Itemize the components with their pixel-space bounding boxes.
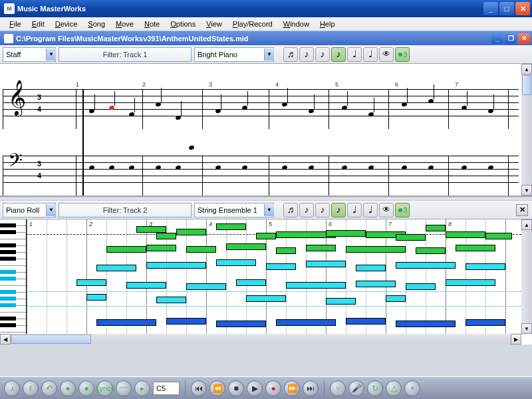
eighth-note2-button[interactable]: ♪ [315, 47, 330, 62]
play-small-button[interactable]: ▸ [134, 380, 150, 396]
tool2-button[interactable]: ● [78, 380, 94, 396]
minimize-button[interactable]: _ [483, 2, 498, 15]
chevron-down-icon: ▼ [46, 204, 56, 216]
eighth-note-button[interactable]: ♪ [299, 47, 314, 62]
sixteenth-note-button[interactable]: ♬ [283, 47, 298, 62]
close-button[interactable]: ✕ [515, 2, 530, 15]
titlebar: M Music MasterWorks _ □ ✕ [0, 0, 532, 17]
measure-num: 3 [209, 81, 212, 88]
triplet-button[interactable]: ●3 [395, 203, 410, 217]
staff-view-select[interactable]: Staff▼ [3, 47, 56, 62]
roll-vscrollbar[interactable]: ▲▼ [521, 219, 532, 334]
menu-device[interactable]: Device [50, 19, 83, 29]
undo-button[interactable]: ↶ [41, 380, 57, 396]
sharp-tool-button[interactable]: ♯ [23, 380, 39, 396]
sixteenth-note-button[interactable]: ♬ [283, 203, 298, 217]
roll-instrument-select[interactable]: String Ensemble 1▼ [194, 203, 274, 217]
forward-end-button[interactable]: ⏭ [303, 380, 319, 396]
doc-minimize-button[interactable]: _ [491, 33, 503, 44]
roll-area[interactable]: 12345678 ▲▼ ◀▶ [0, 219, 532, 344]
time-signature: 34 [37, 89, 41, 113]
metronome-button[interactable]: △ [386, 380, 402, 396]
half-note-button[interactable]: ♩ [347, 47, 362, 62]
measure-num: 5 [335, 81, 338, 88]
eighth-note-button[interactable]: ♪ [299, 203, 314, 217]
add-button[interactable]: + [404, 380, 420, 396]
chevron-down-icon: ▼ [46, 49, 56, 61]
treble-clef-icon: 𝄞 [8, 82, 26, 113]
roll-filter-button[interactable]: Filter: Track 2 [59, 203, 192, 217]
staff-toolbar: Staff▼ Filter: Track 1 Bright Piano▼ ♬ ♪… [0, 45, 532, 64]
whole-note-button[interactable]: ♩ [363, 203, 378, 217]
menu-edit[interactable]: Edit [27, 19, 50, 29]
measure-num: 1 [76, 81, 79, 88]
menu-view[interactable]: View [201, 19, 227, 29]
scroll-up-button[interactable]: ▲ [521, 64, 532, 74]
chevron-down-icon: ▼ [264, 204, 274, 216]
document-titlebar: C:\Program Files\MusicMasterWorksv391\An… [0, 31, 532, 45]
note-tool-button[interactable]: ♪ [4, 380, 20, 396]
staff-area[interactable]: 𝄞 34 1 2 3 4 5 6 7 [0, 64, 532, 197]
maximize-button[interactable]: □ [499, 2, 514, 15]
measure-num: 4 [275, 81, 279, 88]
play-button[interactable]: ▶ [247, 380, 263, 396]
lyrics-button[interactable]: Lyrics [97, 380, 113, 396]
menu-options[interactable]: Options [165, 19, 201, 29]
staff-note-buttons: ♬ ♪ ♪ ♪ ♩ ♩ 👁 ●3 [283, 47, 410, 62]
measure-num: 2 [142, 81, 146, 88]
staff-filter-button[interactable]: Filter: Track 1 [59, 47, 192, 62]
menu-window[interactable]: Window [278, 19, 315, 29]
half-note-button[interactable]: ♩ [347, 203, 362, 217]
tool-button[interactable]: ● [60, 380, 76, 396]
pitch-display[interactable]: C5 [153, 382, 180, 395]
menu-note[interactable]: Note [139, 19, 165, 29]
roll-hscrollbar[interactable]: ◀▶ [0, 334, 521, 344]
staff-vscrollbar[interactable]: ▲ ▼ [521, 64, 532, 196]
doc-icon [4, 34, 13, 43]
forward-button[interactable]: ⏩ [284, 380, 300, 396]
roll-toolbar: Piano Roll▼ Filter: Track 2 String Ensem… [0, 201, 532, 219]
chevron-down-icon: ▼ [264, 49, 274, 61]
tuning-fork-button[interactable]: ⑂ [330, 380, 346, 396]
doc-restore-button[interactable]: ❐ [505, 33, 517, 44]
view-toggle-button[interactable]: 👁 [379, 47, 394, 62]
roll-pane: Piano Roll▼ Filter: Track 2 String Ensem… [0, 201, 532, 344]
quarter-note-button[interactable]: ♪ [331, 47, 346, 62]
menu-file[interactable]: File [4, 19, 27, 29]
roll-grid[interactable]: 12345678 [27, 219, 521, 334]
roll-note-buttons: ♬ ♪ ♪ ♪ ♩ ♩ 👁 ●3 [283, 203, 410, 217]
staff-instrument-select[interactable]: Bright Piano▼ [194, 47, 274, 62]
stop-button[interactable]: ■ [228, 380, 244, 396]
scroll-thumb[interactable] [522, 75, 531, 95]
time-signature: 34 [37, 156, 41, 180]
doc-close-button[interactable]: ✕ [518, 33, 530, 44]
bass-clef-icon: 𝄢 [8, 152, 23, 174]
scroll-down-button[interactable]: ▼ [521, 185, 532, 196]
measure-num: 7 [455, 81, 458, 88]
loop-button[interactable]: ↻ [367, 380, 383, 396]
rewind-button[interactable]: ⏪ [209, 380, 225, 396]
rewind-start-button[interactable]: ⏮ [191, 380, 207, 396]
menu-help[interactable]: Help [315, 19, 340, 29]
menubar: File Edit Device Song Move Note Options … [0, 17, 532, 31]
record-button[interactable]: ● [265, 380, 281, 396]
menu-song[interactable]: Song [82, 19, 110, 29]
menu-playrecord[interactable]: Play/Record [227, 19, 278, 29]
quarter-note-button[interactable]: ♪ [331, 203, 346, 217]
triplet-button[interactable]: ●3 [395, 47, 410, 62]
measure-num: 6 [395, 81, 398, 88]
app-icon: M [4, 3, 15, 14]
transport-bar: ♪ ♯ ↶ ● ● Lyrics 〰 ▸ C5 ⏮ ⏪ ■ ▶ ● ⏩ ⏭ ⑂ … [0, 376, 532, 399]
roll-view-select[interactable]: Piano Roll▼ [3, 203, 56, 217]
menu-move[interactable]: Move [110, 19, 139, 29]
whole-note-button[interactable]: ♩ [363, 47, 378, 62]
staff-pane: Staff▼ Filter: Track 1 Bright Piano▼ ♬ ♪… [0, 45, 532, 197]
view-toggle-button[interactable]: 👁 [379, 203, 394, 217]
mic-button[interactable]: 🎤 [348, 380, 364, 396]
pane-close-button[interactable]: ✕ [516, 204, 528, 216]
window-title: Music MasterWorks [17, 5, 483, 13]
eighth-note2-button[interactable]: ♪ [315, 203, 330, 217]
doc-title: C:\Program Files\MusicMasterWorksv391\An… [16, 35, 491, 43]
wave-button[interactable]: 〰 [116, 380, 132, 396]
piano-keyboard[interactable] [0, 219, 27, 334]
